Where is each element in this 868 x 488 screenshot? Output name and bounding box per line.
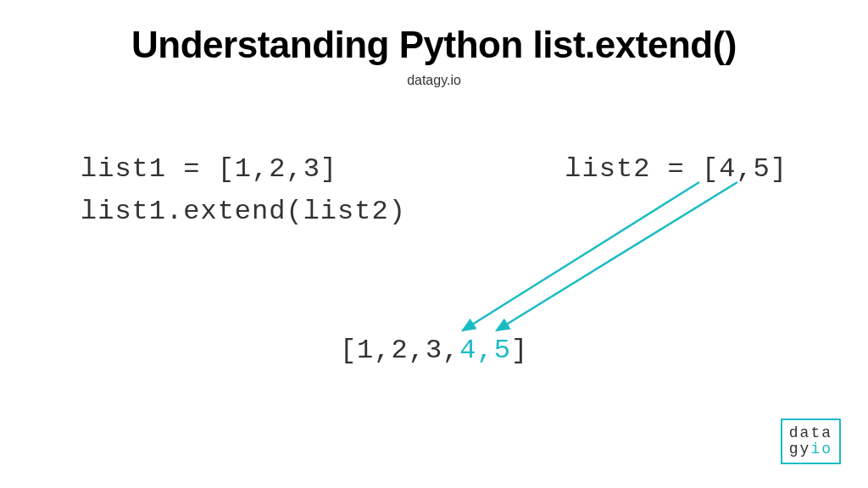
page-title: Understanding Python list.extend() [0, 24, 868, 66]
logo-line2-prefix: gy [789, 441, 811, 458]
page-subtitle: datagy.io [0, 73, 868, 88]
result-suffix: ] [511, 335, 528, 366]
result-block: [1,2,3,4,5] [0, 335, 868, 366]
result-highlight: 4,5 [459, 335, 511, 366]
result-prefix: [1,2,3, [340, 335, 459, 366]
code-block: list1 = [1,2,3] list2 = [4,5] list1.exte… [81, 148, 787, 232]
code-extend-call: list1.extend(list2) [81, 191, 787, 233]
logo-line2-suffix: io [810, 441, 832, 458]
code-list1-def: list1 = [1,2,3] [81, 148, 337, 191]
datagy-logo: data gyio [781, 419, 841, 464]
logo-line1: data [789, 425, 832, 441]
code-list2-def: list2 = [4,5] [565, 148, 787, 191]
